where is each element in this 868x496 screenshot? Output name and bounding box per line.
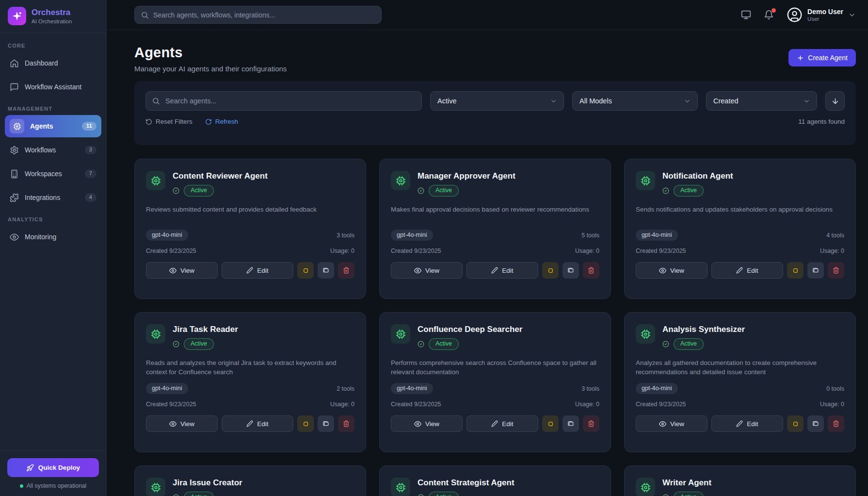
page-title: Agents <box>134 45 287 61</box>
duplicate-button[interactable] <box>563 415 579 432</box>
stop-square-icon <box>547 421 554 427</box>
sidebar-item-label: Agents <box>30 122 53 130</box>
sidebar-item-integrations[interactable]: Integrations 4 <box>5 186 101 209</box>
model-badge: gpt-4o-mini <box>636 230 678 241</box>
edit-button[interactable]: Edit <box>711 415 783 432</box>
section-label-management: MANAGEMENT <box>8 106 98 112</box>
monitor-icon[interactable] <box>741 10 751 20</box>
deactivate-button[interactable] <box>297 415 314 432</box>
edit-button[interactable]: Edit <box>466 262 538 279</box>
duplicate-button[interactable] <box>318 262 334 279</box>
global-search <box>134 6 382 24</box>
integrations-count-badge: 4 <box>85 193 96 202</box>
agent-name: Jira Task Reader <box>173 324 238 335</box>
sidebar-item-label: Workspaces <box>25 170 62 178</box>
agent-cpu-icon <box>636 478 655 496</box>
deactivate-button[interactable] <box>542 262 559 279</box>
stop-square-icon <box>547 267 554 274</box>
view-button[interactable]: View <box>391 262 463 279</box>
agent-cpu-icon <box>636 324 655 344</box>
edit-label: Edit <box>747 420 758 428</box>
duplicate-button[interactable] <box>318 415 334 432</box>
duplicate-button[interactable] <box>807 262 824 279</box>
topbar: Demo User User <box>107 0 868 30</box>
stop-square-icon <box>303 421 309 427</box>
chevron-down-icon <box>684 98 691 105</box>
status-dot <box>20 484 23 488</box>
check-circle-icon <box>173 341 179 347</box>
model-badge: gpt-4o-mini <box>146 230 188 241</box>
sidebar-item-dashboard[interactable]: Dashboard <box>5 52 101 74</box>
sidebar-item-label: Workflows <box>25 146 56 154</box>
view-button[interactable]: View <box>146 262 218 279</box>
duplicate-button[interactable] <box>807 415 824 432</box>
user-menu[interactable]: Demo User User <box>787 7 856 23</box>
sidebar-item-workflow-assistant[interactable]: Workflow Assistant <box>5 76 101 98</box>
eye-icon <box>414 420 421 428</box>
deactivate-button[interactable] <box>542 415 559 432</box>
agent-cpu-icon <box>391 324 410 344</box>
view-button[interactable]: View <box>391 415 463 432</box>
create-agent-button[interactable]: Create Agent <box>788 49 856 66</box>
chevron-down-icon <box>550 98 557 105</box>
delete-button[interactable] <box>338 415 354 432</box>
duplicate-button[interactable] <box>563 262 579 279</box>
system-status-text: All systems operational <box>27 482 86 489</box>
agent-description: Analyzes all gathered documentation to c… <box>636 359 844 378</box>
sidebar-item-label: Integrations <box>25 194 60 201</box>
workspaces-count-badge: 7 <box>85 169 96 178</box>
agent-cpu-icon <box>146 324 165 344</box>
deactivate-button[interactable] <box>297 262 314 279</box>
tools-count: 2 tools <box>337 385 354 392</box>
stop-square-icon <box>792 267 799 274</box>
refresh-button[interactable]: Refresh <box>205 118 238 125</box>
sidebar-item-workspaces[interactable]: Workspaces 7 <box>5 163 101 185</box>
usage-count: Usage: 0 <box>575 248 599 254</box>
agents-search-input[interactable] <box>145 91 422 111</box>
delete-button[interactable] <box>583 415 599 432</box>
edit-button[interactable]: Edit <box>222 415 293 432</box>
edit-button[interactable]: Edit <box>711 262 783 279</box>
reset-filters-label: Reset Filters <box>156 118 193 125</box>
delete-button[interactable] <box>583 262 599 279</box>
agent-name: Notification Agent <box>662 171 733 182</box>
bell-icon[interactable] <box>764 10 774 20</box>
delete-button[interactable] <box>828 262 844 279</box>
agents-grid: Content Reviewer Agent Active Reviews su… <box>134 159 856 496</box>
usage-count: Usage: 0 <box>330 401 354 408</box>
eye-icon <box>414 267 421 274</box>
sparkles-icon <box>12 11 22 21</box>
deactivate-button[interactable] <box>787 262 804 279</box>
view-label: View <box>670 420 684 428</box>
agent-cpu-icon <box>391 478 410 496</box>
created-date: Created 9/23/2025 <box>636 248 686 254</box>
sort-filter-value: Created <box>713 97 739 105</box>
building-icon <box>10 169 19 179</box>
copy-icon <box>322 267 330 274</box>
view-button[interactable]: View <box>636 415 707 432</box>
reset-filters-button[interactable]: Reset Filters <box>145 118 193 125</box>
delete-button[interactable] <box>828 415 844 432</box>
check-circle-icon <box>662 494 669 496</box>
sort-direction-button[interactable] <box>825 91 845 111</box>
sidebar-item-monitoring[interactable]: Monitoring <box>5 226 101 248</box>
delete-button[interactable] <box>338 262 354 279</box>
edit-label: Edit <box>257 267 268 274</box>
agent-description: Performs comprehensive search across Con… <box>391 359 599 378</box>
edit-button[interactable]: Edit <box>222 262 293 279</box>
view-button[interactable]: View <box>146 415 218 432</box>
status-filter-select[interactable]: Active <box>430 91 564 111</box>
status-badge: Active <box>429 185 459 197</box>
global-search-input[interactable] <box>134 6 382 24</box>
sidebar-item-workflows[interactable]: Workflows 3 <box>5 139 101 161</box>
created-date: Created 9/23/2025 <box>391 248 441 254</box>
sort-filter-select[interactable]: Created <box>706 91 817 111</box>
quick-deploy-button[interactable]: Quick Deploy <box>7 458 99 477</box>
agent-card: Notification Agent Active Sends notifica… <box>624 159 856 299</box>
view-button[interactable]: View <box>636 262 707 279</box>
edit-button[interactable]: Edit <box>466 415 538 432</box>
puzzle-icon <box>10 193 19 202</box>
sidebar-item-agents[interactable]: Agents 11 <box>5 115 101 137</box>
model-filter-select[interactable]: All Models <box>572 91 698 111</box>
deactivate-button[interactable] <box>787 415 804 432</box>
